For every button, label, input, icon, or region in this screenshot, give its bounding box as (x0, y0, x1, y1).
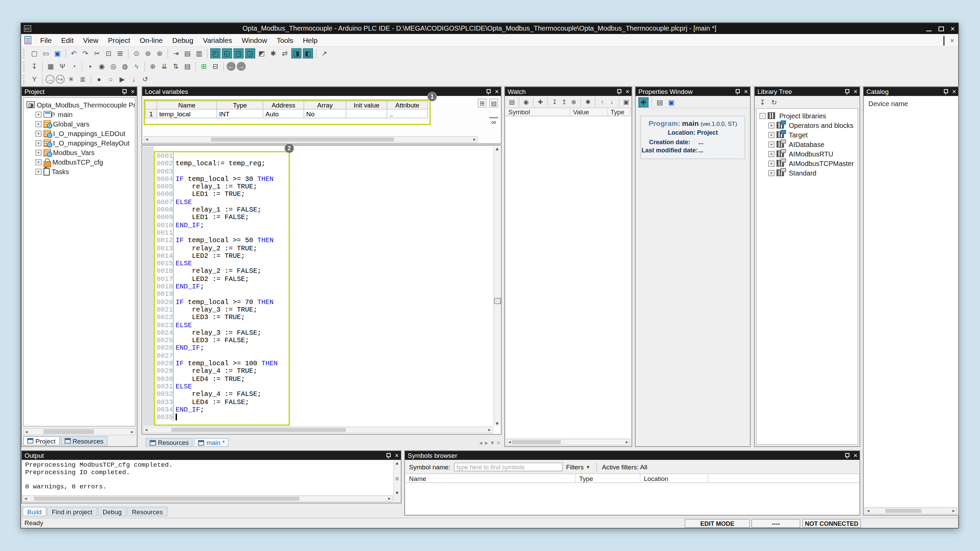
list-mode-icon[interactable]: ▤ (489, 98, 498, 108)
new-project-icon[interactable]: ▢ (29, 48, 40, 59)
scrollbar-thumb[interactable] (34, 497, 300, 501)
scrollbar-thumb[interactable] (512, 440, 561, 444)
close-icon[interactable]: × (625, 87, 630, 96)
local-variables-hscrollbar[interactable]: ◂ ▸ (143, 136, 478, 143)
expand-icon[interactable]: + (768, 141, 775, 147)
pin-icon[interactable] (943, 88, 948, 95)
watch-move-up-icon[interactable]: ↑ (598, 98, 606, 106)
save-project-icon[interactable]: ▣ (52, 48, 63, 59)
pin-icon[interactable] (845, 88, 850, 95)
filters-button[interactable]: Filters ▼ (566, 463, 590, 471)
breakpoint-icon[interactable]: ● (94, 74, 104, 84)
navigate-back-icon[interactable]: ← (227, 62, 235, 71)
expand-icon[interactable]: + (35, 168, 41, 175)
expand-icon[interactable]: + (768, 132, 775, 138)
output-log[interactable]: Preprocessing ModbusTCP_cfg completed.Pr… (22, 460, 400, 495)
watch-find-icon[interactable]: ◉ (522, 98, 530, 106)
menu-project[interactable]: Project (103, 36, 135, 44)
collapse-icon[interactable]: - (759, 113, 765, 119)
expand-icon[interactable]: + (768, 122, 775, 128)
library-item-aimodbustcpmaster[interactable]: +AIModbusTCPMaster (757, 159, 858, 168)
watch-list[interactable] (506, 116, 631, 438)
find-icon[interactable]: ⊙ (131, 48, 142, 59)
tree-item-modbus_vars[interactable]: +Modbus_Vars (24, 148, 135, 157)
write-columns-icon[interactable]: ⇅ (171, 61, 181, 71)
plug-connection-icon[interactable]: Ψ (57, 61, 67, 71)
fullscreen-icon[interactable]: ↗ (319, 48, 329, 59)
editor-hscrollbar[interactable]: ◂ ▸ (143, 427, 493, 433)
find-next-icon[interactable]: ⊚ (143, 48, 153, 59)
close-button[interactable]: × (950, 23, 955, 34)
panel-tab-resources[interactable]: Resources (60, 436, 108, 446)
step-down-icon[interactable]: ↓ (129, 74, 139, 84)
step-into-icon[interactable]: → (46, 75, 54, 84)
code-editor[interactable]: 00010002temp_local:= temp_reg;00030004IF… (155, 152, 288, 424)
library-refresh-icon[interactable]: ↻ (769, 97, 779, 107)
pin-icon[interactable] (845, 452, 850, 459)
tree-item-modbustcp_cfg[interactable]: +ModbusTCP_cfg (24, 157, 135, 167)
library-item-standard[interactable]: +Standard (757, 168, 858, 178)
library-item-target[interactable]: +Target (757, 130, 858, 140)
call-stack-icon[interactable]: ≣ (78, 74, 88, 84)
symbol-search-input[interactable] (453, 462, 563, 472)
mouse-config-icon[interactable]: ◔ (69, 61, 79, 71)
output-tab-findinproject[interactable]: Find in project (47, 507, 97, 516)
close-icon[interactable]: × (130, 87, 135, 96)
open-project-icon[interactable]: ▭ (41, 48, 51, 59)
close-icon[interactable]: × (952, 87, 956, 96)
watch-save-icon[interactable]: ↧ (550, 98, 559, 106)
editor-scroll-grip[interactable] (494, 298, 501, 304)
run-icon[interactable]: ϟ (131, 61, 142, 71)
menu-online[interactable]: On-line (135, 36, 168, 44)
scrollbar-thumb[interactable] (44, 429, 94, 434)
editor-tab-main[interactable]: main * (194, 438, 229, 447)
options-icon[interactable]: ✱ (268, 48, 278, 59)
output-tab-build[interactable]: Build (22, 507, 46, 516)
tree-item-root[interactable]: Opta_Modbus_Thermocouple Project (24, 100, 135, 110)
watch-form-icon[interactable]: ▤ (508, 98, 516, 106)
expand-icon[interactable]: + (768, 151, 775, 157)
pin-icon[interactable] (617, 88, 621, 95)
grid-mode-icon[interactable]: ⊞ (478, 98, 487, 108)
menu-edit[interactable]: Edit (56, 36, 78, 44)
download-plc-icon[interactable]: ↧ (29, 61, 40, 71)
editor-window-toggle-icon[interactable]: ◱ (222, 48, 232, 59)
library-item-aimodbusrtu[interactable]: +AIModbusRTU (757, 149, 858, 159)
tree-item-i_o_mappings_ledout[interactable]: +I_O_mappings_LEDOut (24, 129, 135, 138)
print-icon[interactable]: ▤ (182, 48, 192, 59)
close-icon[interactable]: × (495, 87, 499, 96)
watch-load-add-icon[interactable]: ⊕ (570, 98, 578, 106)
catalog-hscrollbar[interactable]: ◂ ▸ (865, 508, 957, 514)
output-tab-debug[interactable]: Debug (98, 507, 127, 516)
watch-load-icon[interactable]: ↥ (560, 98, 568, 106)
loop-icon[interactable]: ↺ (140, 74, 150, 84)
tab-scroll-left-icon[interactable]: ◂ (479, 439, 482, 446)
menu-variables[interactable]: Variables (198, 36, 237, 44)
form-view-icon[interactable]: ▤ (182, 61, 192, 71)
watch-layers-icon[interactable]: ▣ (622, 98, 630, 106)
grid-view-icon[interactable]: ⊟ (210, 61, 221, 71)
paste-icon[interactable]: ⊞ (115, 48, 125, 59)
expand-icon[interactable]: + (768, 160, 775, 166)
online-globe-icon[interactable]: ⊕ (148, 61, 158, 71)
child-restore-button[interactable] (943, 37, 945, 44)
read-columns-icon[interactable]: ⇊ (159, 61, 169, 71)
watch-add-icon[interactable]: ✚ (536, 98, 544, 106)
scrollbar-thumb[interactable] (172, 428, 346, 432)
properties-print-icon[interactable]: ▤ (655, 97, 665, 107)
tab-close-icon[interactable]: × (496, 439, 500, 446)
project-hscrollbar[interactable]: ◂ ▸ (23, 428, 135, 435)
menu-debug[interactable]: Debug (167, 36, 198, 44)
warm-restart-icon[interactable]: ◎ (108, 61, 118, 71)
close-icon[interactable]: × (395, 451, 399, 460)
child-close-button[interactable]: × (950, 37, 954, 44)
expand-icon[interactable]: + (35, 111, 41, 118)
text-editor-toggle-icon[interactable]: ◨ (291, 48, 301, 59)
restore-button[interactable] (938, 25, 943, 32)
scrollbar-thumb[interactable] (211, 137, 394, 141)
close-icon[interactable]: × (853, 451, 858, 460)
minimize-button[interactable] (926, 25, 931, 32)
expand-icon[interactable]: + (35, 159, 41, 165)
table-row[interactable]: 1temp_localINTAutoNo.. (145, 110, 428, 118)
tree-item-tasks[interactable]: +Tasks (24, 167, 135, 176)
